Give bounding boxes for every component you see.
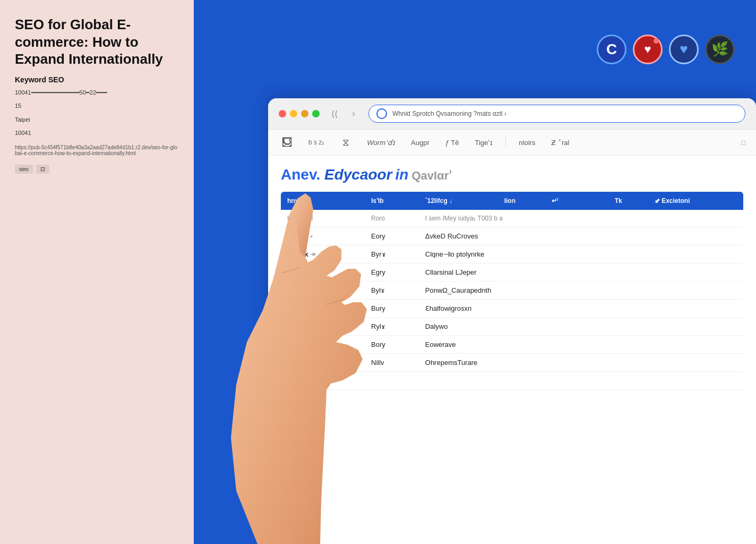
th-empty [583, 192, 608, 210]
page-content: Anev. Edycaoor in QavIαrˈ hnvalih lsˈIb … [268, 156, 756, 538]
th-hnvalih: hnvalih [281, 192, 365, 210]
th-tk: Tk [608, 192, 648, 210]
meta-line2: 15 [15, 101, 179, 111]
heading-part1: Anev. Edycaoor [281, 166, 392, 183]
table-header-row: hnvalih lsˈIb ˆ12lifcg ↓ lion ↵ˡ Tk ⬋ Ex… [281, 192, 743, 210]
blue-header: C ♥ ♥ 🌿 [194, 0, 756, 98]
browser-chrome: ⟨⟨ › Whnid Sprotch Qvsamoning ?mats αztl… [268, 98, 756, 130]
tag-seo: seo [15, 165, 33, 174]
toolbar-item-ural[interactable]: Ƶ ˂ral [548, 137, 572, 149]
sidebar: SEO for Global E-commerce: How to Expand… [0, 0, 194, 544]
page-heading: Anev. Edycaoor in QavIαrˈ [281, 166, 743, 183]
traffic-lights [279, 110, 320, 117]
browser-icon-2: ♥ [633, 35, 663, 64]
heading-edycaoor: Edycaoor [324, 166, 392, 183]
browser-icon-1: C [597, 35, 626, 64]
table-row: 17 00k • Rylɤ Dalywo [281, 318, 743, 336]
sidebar-url: https://pub-5c454f571b8e40a3a2aad27ade84… [15, 144, 179, 156]
cell-col2-4: PonwΩ_Caurapednth [419, 282, 743, 300]
cell-num-4: 80 00k • [281, 282, 365, 300]
traffic-light-orange[interactable] [301, 110, 308, 117]
toolbar-item-tiger[interactable]: Tigeˈɪ [472, 137, 496, 149]
th-icon: ↵ˡ [545, 192, 583, 210]
cell-col2-7: Eowerave [419, 336, 743, 354]
cell-num-9: ϐE 00k • [281, 372, 365, 390]
toolbar-icon-2[interactable]: ⧖ [337, 134, 354, 151]
traffic-light-red[interactable] [279, 110, 286, 117]
cell-col1-4: Bylɤ [365, 282, 419, 300]
cell-num-5: ϐ2 00k • [281, 300, 365, 318]
traffic-light-yellow[interactable] [290, 110, 297, 117]
toolbar-item-1[interactable]: b s z₁ [305, 137, 328, 148]
toolbar-item-augpr[interactable]: Augpr [408, 137, 433, 149]
meta-id: 10041 [15, 129, 179, 138]
cell-col1-6: Rylɤ [365, 318, 419, 336]
subrow-col1: Hry oun Ī [281, 210, 365, 227]
cell-col1-1: Eory [365, 227, 419, 245]
address-bar[interactable]: Whnid Sprotch Qvsamoning ?mats αztl › [368, 105, 745, 123]
meta-location: Taipei [15, 115, 179, 125]
subrow-col2: Roro [365, 210, 419, 227]
cell-col2-3: Cllarsinal LJeper [419, 264, 743, 282]
browser-toolbar: ⛾ b s z₁ ⧖ Wormˈɗɪ Augpr ƒ Tē Tigeˈɪ nlo… [268, 130, 756, 156]
cell-col2-2: Clqne⊣lo ptolynrke [419, 245, 743, 264]
keyword-label: Keyword SEO [15, 75, 179, 84]
th-lstb: lsˈIb [365, 192, 419, 210]
sidebar-tags: seo ⊡ [15, 165, 179, 174]
cell-col1-7: Bory [365, 336, 419, 354]
table-subrow: Hry oun Ī Roro I sem IMey iudya₁ T003 b … [281, 210, 743, 227]
table-row: 68 00k • Eory ΔvkeD RuCroves [281, 227, 743, 245]
address-icon [376, 108, 387, 119]
toolbar-item-nloirs[interactable]: nloirs [516, 137, 538, 149]
table-row: 32 00k • Bory Eowerave [281, 336, 743, 354]
browser-icons: C ♥ ♥ 🌿 [597, 35, 735, 64]
browser-window: ⟨⟨ › Whnid Sprotch Qvsamoning ?mats αztl… [268, 98, 756, 544]
cell-num-8: S0 00k • [281, 354, 365, 372]
meta-line1: 10041━━━━━━━━━━━━━50━22━━━ [15, 88, 179, 98]
cell-col1-3: Egry [365, 264, 419, 282]
table-row: 8I 00k • Egry Cllarsinal LJeper [281, 264, 743, 282]
toolbar-icon-1[interactable]: ⛾ [279, 134, 296, 151]
cell-num-1: 68 00k • [281, 227, 365, 245]
table-row: ϐE 00k • [281, 372, 743, 390]
th-lion: lion [498, 192, 546, 210]
nav-back[interactable]: ⟨⟨ [327, 106, 342, 121]
toolbar-item-te[interactable]: ƒ Tē [442, 137, 462, 149]
th-12lifcg: ˆ12lifcg ↓ [419, 192, 498, 210]
cell-num-2: 13 00k ↠ [281, 245, 365, 264]
heading-sub: QavIαrˈ [411, 169, 452, 183]
cell-col2-8: OhrepemsTurare [419, 354, 743, 372]
address-text: Whnid Sprotch Qvsamoning ?mats αztl › [392, 110, 737, 117]
cell-num-7: 32 00k • [281, 336, 365, 354]
table-row: S0 00k • Nillv OhrepemsTurare [281, 354, 743, 372]
toolbar-divider [505, 137, 506, 148]
nav-forward[interactable]: › [346, 106, 361, 121]
th-excietoni: ⬋ Excietoni [648, 192, 743, 210]
cell-col1-8: Nillv [365, 354, 419, 372]
cell-col2-1: ΔvkeD RuCroves [419, 227, 743, 245]
main-area: C ♥ ♥ 🌿 ⟨⟨ › [194, 0, 756, 544]
cell-col1-5: Bury [365, 300, 419, 318]
cell-col2-5: Ɛhalfowigrosxn [419, 300, 743, 318]
traffic-light-green[interactable] [312, 110, 320, 117]
page-title: SEO for Global E-commerce: How to Expand… [15, 16, 179, 68]
cell-num-3: 8I 00k • [281, 264, 365, 282]
heading-in: in [396, 166, 409, 183]
data-table: hnvalih lsˈIb ˆ12lifcg ↓ lion ↵ˡ Tk ⬋ Ex… [281, 192, 743, 390]
cell-col2-6: Dalywo [419, 318, 743, 336]
table-row: 13 00k ↠ Byrɤ Clqne⊣lo ptolynrke [281, 245, 743, 264]
table-row: 80 00k • Bylɤ PonwΩ_Caurapednth [281, 282, 743, 300]
cell-col1-9 [365, 372, 419, 390]
browser-icon-4: 🌿 [705, 35, 735, 64]
tag-icon: ⊡ [36, 165, 49, 174]
cell-num-6: 17 00k • [281, 318, 365, 336]
heading-anev: Anev. [281, 166, 320, 183]
browser-nav: ⟨⟨ › [327, 106, 361, 121]
toolbar-right: □ [741, 139, 745, 147]
toolbar-item-worm[interactable]: Wormˈɗɪ [364, 137, 398, 149]
subrow-desc: I sem IMey iudya₁ T003 b a [419, 210, 743, 227]
browser-icon-3: ♥ [669, 35, 699, 64]
table-row: ϐ2 00k • Bury Ɛhalfowigrosxn [281, 300, 743, 318]
cell-col2-9 [419, 372, 743, 390]
cell-col1-2: Byrɤ [365, 245, 419, 264]
